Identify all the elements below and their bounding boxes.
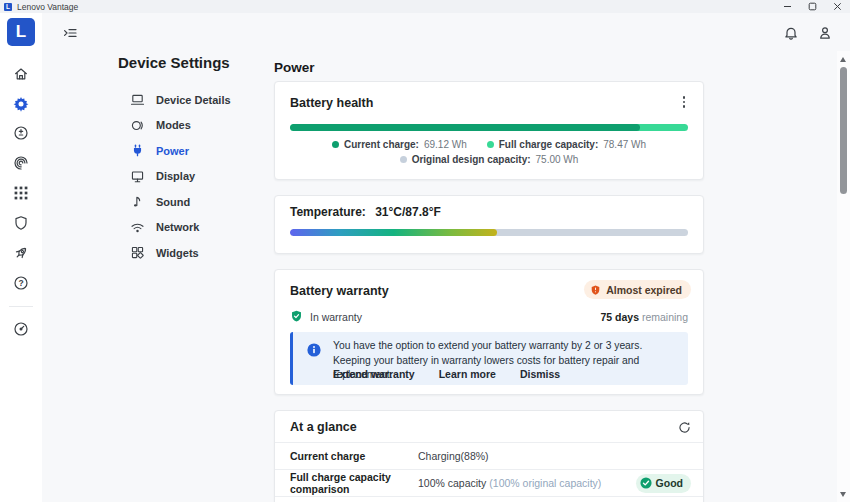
battery-health-title: Battery health: [290, 96, 373, 110]
good-status-badge: Good: [636, 474, 691, 493]
alert-shield-icon: [590, 284, 601, 296]
temperature-bar: [290, 229, 688, 236]
scrollbar-down-arrow[interactable]: [840, 492, 846, 497]
warranty-info-banner: You have the option to extend your batte…: [290, 332, 688, 385]
scrollbar-thumb[interactable]: [840, 67, 847, 194]
minimize-button[interactable]: [775, 0, 800, 13]
titlebar: L Lenovo Vantage: [0, 0, 850, 13]
legend-full-charge-capacity: Full charge capacity: 78.47 Wh: [487, 139, 646, 150]
scrollbar-up-arrow[interactable]: [840, 57, 846, 62]
music-note-icon: [130, 194, 145, 209]
temperature-bar-fill: [290, 229, 497, 236]
legend-label: Full charge capacity:: [499, 139, 598, 150]
maximize-button[interactable]: [800, 0, 825, 13]
good-badge-label: Good: [656, 477, 683, 489]
main-content: Power Battery health Current charge: 69.…: [274, 13, 704, 502]
legend-original-design-capacity: Original design capacity: 75.00 Wh: [400, 154, 579, 165]
home-icon[interactable]: [13, 66, 29, 82]
glance-row-value: Charging(88%): [418, 450, 489, 462]
menu-item-sound[interactable]: Sound: [130, 189, 231, 215]
app-window: L Lenovo Vantage L: [0, 0, 850, 502]
legend-value: 78.47 Wh: [603, 139, 646, 150]
warranty-status-badge: Almost expired: [584, 280, 691, 299]
at-a-glance-card: At a glance Current charge Charging(88%)…: [274, 410, 704, 502]
warranty-actions: Extend warranty Learn more Dismiss: [333, 368, 560, 380]
at-a-glance-title: At a glance: [290, 420, 357, 434]
nav-collapse-icon[interactable]: [62, 25, 78, 41]
system-update-icon[interactable]: [13, 125, 29, 141]
glance-row-label: Full charge capacity comparison: [290, 471, 418, 495]
menu-item-label: Display: [156, 170, 195, 182]
battery-warranty-title: Battery warranty: [290, 284, 389, 298]
battery-health-bar-fill: [290, 124, 640, 131]
help-icon[interactable]: ?: [13, 275, 29, 291]
page-title: Device Settings: [118, 54, 230, 71]
close-button[interactable]: [825, 0, 850, 13]
rail-divider: [9, 306, 33, 307]
lenovo-logo: L: [7, 18, 35, 46]
menu-item-label: Network: [156, 221, 199, 233]
app-body: L ?: [0, 13, 850, 502]
battery-legend-row-1: Current charge: 69.12 Wh Full charge cap…: [275, 139, 703, 150]
info-icon: [307, 343, 321, 361]
widgets-icon: [130, 245, 145, 260]
glance-row-label: Current charge: [290, 450, 418, 462]
glance-row-capacity-comparison: Full charge capacity comparison 100% cap…: [275, 470, 703, 497]
support-coil-icon[interactable]: [13, 155, 29, 171]
legend-label: Current charge:: [344, 139, 419, 150]
laptop-icon: [130, 92, 145, 107]
legend-label: Original design capacity:: [412, 154, 531, 165]
notifications-bell-icon[interactable]: [783, 25, 799, 41]
warranty-badge-label: Almost expired: [606, 284, 682, 296]
battery-warranty-card: Battery warranty Almost expired In warra…: [274, 269, 704, 395]
legend-dot-current: [332, 141, 339, 148]
battery-health-bar: [290, 124, 688, 131]
security-shield-icon[interactable]: [13, 215, 29, 231]
menu-item-display[interactable]: Display: [130, 164, 231, 190]
menu-item-widgets[interactable]: Widgets: [130, 240, 231, 266]
glance-row-note: (100% original capacity): [489, 477, 601, 489]
settings-gear-icon[interactable]: [13, 96, 29, 112]
legend-dot-design: [400, 156, 407, 163]
warranty-days: 75 days: [600, 311, 639, 323]
legend-value: 75.00 Wh: [536, 154, 579, 165]
apps-grid-icon[interactable]: [13, 185, 29, 201]
window-controls: [775, 0, 850, 13]
battery-health-menu-icon[interactable]: [675, 93, 693, 111]
performance-gauge-icon[interactable]: [13, 321, 29, 337]
rocket-boost-icon[interactable]: [13, 245, 29, 261]
section-heading: Power: [274, 60, 315, 75]
user-account-icon[interactable]: [817, 25, 833, 41]
legend-dot-capacity: [487, 141, 494, 148]
menu-item-label: Widgets: [156, 247, 199, 259]
temperature-value: 31°C/87.8°F: [375, 205, 441, 219]
legend-value: 69.12 Wh: [424, 139, 467, 150]
warranty-status-text: In warranty: [310, 311, 362, 323]
glance-row-value: 100% capacity: [418, 477, 486, 489]
device-settings-menu: Device Details Modes Power Display Sound…: [130, 87, 231, 266]
refresh-icon[interactable]: [677, 420, 692, 435]
legend-current-charge: Current charge: 69.12 Wh: [332, 139, 467, 150]
wifi-icon: [130, 220, 145, 235]
extend-warranty-button[interactable]: Extend warranty: [333, 368, 415, 380]
menu-item-label: Power: [156, 145, 189, 157]
menu-item-label: Device Details: [156, 94, 231, 106]
menu-item-label: Sound: [156, 196, 190, 208]
dismiss-button[interactable]: Dismiss: [520, 368, 560, 380]
learn-more-button[interactable]: Learn more: [439, 368, 496, 380]
scrollbar[interactable]: [837, 51, 850, 502]
at-a-glance-header: At a glance: [275, 411, 703, 443]
menu-item-network[interactable]: Network: [130, 215, 231, 241]
warranty-remaining-label: remaining: [639, 311, 688, 323]
battery-legend-row-2: Original design capacity: 75.00 Wh: [275, 154, 703, 165]
menu-item-modes[interactable]: Modes: [130, 113, 231, 139]
svg-text:?: ?: [18, 278, 23, 288]
menu-item-device-details[interactable]: Device Details: [130, 87, 231, 113]
modes-ring-icon: [130, 118, 145, 133]
app-logo-icon: L: [4, 3, 12, 11]
glance-row-current-charge: Current charge Charging(88%): [275, 443, 703, 470]
temperature-card: Temperature: 31°C/87.8°F: [274, 195, 704, 254]
menu-item-power[interactable]: Power: [130, 138, 231, 164]
monitor-icon: [130, 169, 145, 184]
window-title: Lenovo Vantage: [17, 2, 78, 12]
